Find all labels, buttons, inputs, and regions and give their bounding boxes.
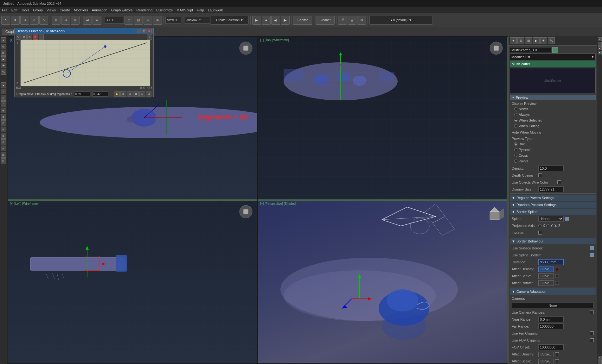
radio-when-editing[interactable]: When Editing: [514, 123, 594, 129]
layer-dropdown[interactable]: All: [106, 18, 110, 22]
menu-laubwerk[interactable]: Laubwerk: [208, 8, 223, 12]
snap-tool[interactable]: ⊞: [52, 16, 61, 25]
play-btn[interactable]: ▶: [252, 16, 261, 25]
scale-tool[interactable]: ⤢: [30, 16, 39, 25]
curve-editor-minimize[interactable]: ─: [137, 29, 141, 33]
distance-input[interactable]: [538, 259, 564, 265]
sidebar-hierarchy[interactable]: ⊞: [1, 50, 6, 56]
view-dropdown[interactable]: View: [167, 18, 174, 22]
right-edge-btn-1[interactable]: +: [598, 37, 602, 41]
curve-editor-close[interactable]: ✕: [147, 29, 151, 33]
affect-rotate-curve-btn[interactable]: Curve...: [538, 280, 554, 286]
affect-density2-checkbox[interactable]: [555, 352, 559, 356]
menu-modifiers[interactable]: Modifiers: [74, 8, 88, 12]
radio-when-selected[interactable]: When Selected: [514, 118, 594, 123]
sidebar-display[interactable]: 👁: [1, 63, 6, 68]
modifier-list-dropdown[interactable]: Modifier List ▼: [510, 53, 596, 60]
near-range-input[interactable]: [538, 317, 564, 322]
affect-density-checkbox[interactable]: [555, 267, 559, 271]
far-range-input[interactable]: [538, 323, 564, 329]
curve-editor-maximize[interactable]: □: [142, 29, 146, 33]
panel-icon-hierarchy[interactable]: ⊞: [525, 37, 532, 44]
sidebar-extra-12[interactable]: ⊞: [1, 152, 6, 158]
density-input[interactable]: [538, 166, 564, 171]
right-edge-btn-3[interactable]: ▲: [598, 46, 602, 50]
inverse-checkbox[interactable]: [538, 231, 542, 235]
sidebar-extra-2[interactable]: ○: [1, 89, 6, 94]
material-editor[interactable]: ■ 0 (default) ▼: [369, 16, 433, 25]
spline-border-checkbox[interactable]: [590, 253, 594, 257]
spline-dropdown[interactable]: None: [538, 216, 564, 222]
panel-icon-modify[interactable]: ⚙: [517, 37, 524, 44]
radio-box[interactable]: Box: [514, 141, 594, 147]
curve-tool-1[interactable]: ↖: [16, 35, 21, 40]
next-frame-btn[interactable]: |▶: [281, 16, 290, 25]
sidebar-extra-11[interactable]: ⊝: [1, 146, 6, 151]
sidebar-extra-9[interactable]: ⊛: [1, 133, 6, 139]
sidebar-extra-7[interactable]: ⊙: [1, 120, 6, 126]
right-edge-btn-5[interactable]: ✕: [598, 356, 602, 360]
curve-tool-3[interactable]: ∿: [27, 35, 32, 40]
object-name-input[interactable]: [510, 47, 551, 53]
3ds-max-type[interactable]: 3dsMax: [186, 18, 197, 22]
surface-border-checkbox[interactable]: [590, 246, 594, 250]
sidebar-extra-8[interactable]: ⊚: [1, 127, 6, 132]
affect-rotate-checkbox[interactable]: [555, 281, 559, 285]
menu-graph-editors[interactable]: Graph Editors: [111, 8, 133, 12]
sidebar-extra-4[interactable]: △: [1, 101, 6, 107]
render-setup[interactable]: 🎬: [338, 16, 347, 25]
radio-points[interactable]: Points: [514, 159, 594, 164]
sidebar-utilities[interactable]: 🔧: [1, 69, 6, 75]
viewport-front-nav[interactable]: [238, 40, 254, 56]
panel-icon-motion[interactable]: ▶: [533, 37, 540, 44]
panel-icon-utilities[interactable]: 🔧: [548, 37, 555, 44]
menu-create[interactable]: Create: [60, 8, 70, 12]
mirror-tool[interactable]: ⇌: [83, 16, 92, 25]
percent-snap-tool[interactable]: %: [71, 16, 80, 25]
curve-scrollbar[interactable]: [150, 40, 153, 86]
affect-density-curve-btn[interactable]: Curve...: [538, 267, 554, 272]
curve-btn-zoomsel[interactable]: ⊠: [133, 91, 139, 97]
bind-tool[interactable]: ⊕: [153, 16, 162, 25]
menu-help[interactable]: Help: [197, 8, 204, 12]
radio-never[interactable]: Never: [514, 106, 594, 111]
align-tool[interactable]: ⇔: [93, 16, 101, 25]
sidebar-extra-5[interactable]: ⊕: [1, 108, 6, 113]
menu-group[interactable]: Group: [33, 8, 43, 12]
curve-canvas[interactable]: [21, 40, 150, 86]
render-production[interactable]: ⚙: [357, 16, 366, 25]
link-tool[interactable]: ⛓: [134, 16, 143, 25]
curve-btn-zoomhor[interactable]: ⊞: [146, 91, 151, 97]
curve-coord-y-input[interactable]: [93, 91, 108, 97]
curve-btn-hand[interactable]: ✋: [114, 91, 120, 97]
viewport-top[interactable]: [+] [Top] [Wireframe]: [258, 37, 508, 200]
select-tool[interactable]: ↖: [1, 16, 10, 25]
dummy-size-input[interactable]: [538, 186, 564, 192]
curve-tool-5[interactable]: ↔: [39, 35, 44, 40]
affect-scale-curve-btn[interactable]: Curve...: [538, 273, 554, 279]
sidebar-extra-13[interactable]: ⊟: [1, 158, 6, 164]
camera-adaptation-header[interactable]: ▼ Camera Adaptation: [510, 288, 596, 295]
viewport-left[interactable]: [+] [Left] [Wireframe]: [8, 200, 257, 363]
affect-scale2-curve-btn[interactable]: Curve...: [538, 359, 554, 364]
viewport-top-nav[interactable]: [488, 40, 504, 56]
affect-density2-curve-btn[interactable]: Curve...: [538, 352, 554, 357]
named-selection-tool[interactable]: ⊡: [125, 16, 133, 25]
regular-pattern-header[interactable]: ▼ Regular Pattern Settings: [510, 195, 596, 201]
radio-pyramid[interactable]: Pyramid: [514, 147, 594, 152]
menu-edit[interactable]: Edit: [11, 8, 17, 12]
create-selection-set[interactable]: Create Selection ▼: [211, 16, 249, 25]
border-behaviour-header[interactable]: ▼ Border Behaviour: [510, 238, 596, 244]
uniform-scale-tool[interactable]: ⤡: [39, 16, 48, 25]
sidebar-extra-6[interactable]: ⊗: [1, 114, 6, 120]
axis-z[interactable]: [554, 224, 557, 227]
unlink-tool[interactable]: ✂: [144, 16, 152, 25]
render-frame[interactable]: 🖼: [348, 16, 356, 25]
object-color-swatch[interactable]: [552, 47, 558, 53]
sidebar-extra-1[interactable]: ●: [1, 82, 6, 88]
modifier-stack-item[interactable]: MultiScatter: [510, 61, 596, 67]
right-edge-btn-6[interactable]: ✓: [598, 360, 602, 364]
curve-tool-2[interactable]: ✥: [22, 35, 27, 40]
menu-file[interactable]: File: [2, 8, 8, 12]
panel-icon-create[interactable]: ✦: [510, 37, 517, 44]
